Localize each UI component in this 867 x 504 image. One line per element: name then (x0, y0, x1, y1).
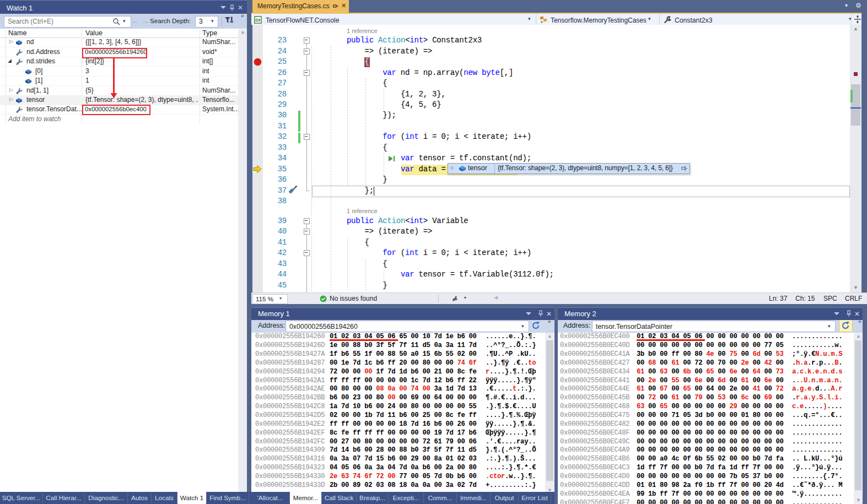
svg-text:C#: C# (256, 18, 261, 22)
